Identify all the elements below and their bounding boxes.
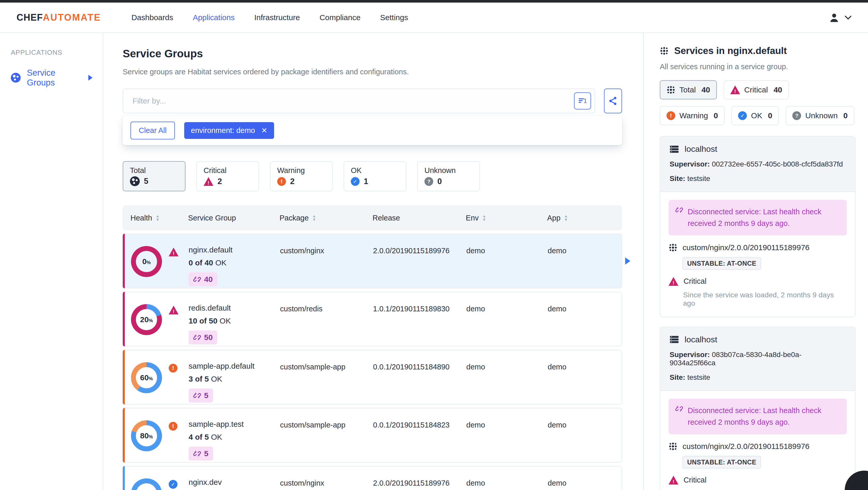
site-label: Site: xyxy=(670,373,685,381)
status-card-ok[interactable]: OK✓1 xyxy=(344,161,406,191)
row-service-group-cell: redis.default 10 of 50 OK 50 xyxy=(189,292,280,346)
status-card-warning[interactable]: Warning!2 xyxy=(270,161,333,191)
panel-chip-count: 0 xyxy=(714,111,718,120)
status-card-label: Unknown xyxy=(425,166,473,175)
nav-tab-dashboards[interactable]: Dashboards xyxy=(131,13,173,22)
column-header-app[interactable]: App▲▼ xyxy=(547,214,622,222)
filter-chip-label: environment: demo xyxy=(191,126,255,135)
panel-chip-warning[interactable]: !Warning0 xyxy=(660,106,724,125)
sidebar-expand-caret-icon[interactable] xyxy=(88,75,92,80)
filter-chip-environment-demo[interactable]: environment: demo ✕ xyxy=(184,122,274,139)
nav-tab-compliance[interactable]: Compliance xyxy=(319,13,361,22)
services-dots-icon xyxy=(669,243,677,252)
package-row: custom/nginx/2.0.0/20190115189976 xyxy=(669,243,847,252)
service-group-name: redis.default xyxy=(189,304,231,313)
services-side-panel: Services in nginx.default All services r… xyxy=(643,33,868,490)
critical-icon: ! xyxy=(169,306,179,315)
filter-list-icon: 1 xyxy=(578,96,587,106)
status-card-count-row: ?0 xyxy=(425,177,473,186)
row-package: custom/sample-app xyxy=(280,421,373,462)
health-status-label: Critical xyxy=(684,277,707,286)
user-menu[interactable] xyxy=(828,11,851,24)
table-row[interactable]: 100% ✓ nginx.dev 10 of 10 OK 10 custom/n… xyxy=(123,466,622,490)
panel-chip-unknown[interactable]: ?Unknown0 xyxy=(785,106,854,125)
column-header-release: Release xyxy=(373,214,466,222)
sort-icon[interactable]: ▲▼ xyxy=(482,215,486,221)
host-name: localhost xyxy=(685,335,717,345)
status-card-unknown[interactable]: Unknown?0 xyxy=(417,161,480,191)
nav-tab-settings[interactable]: Settings xyxy=(380,13,408,22)
sort-icon[interactable]: ▲▼ xyxy=(156,215,160,221)
chevron-down-icon[interactable] xyxy=(845,15,851,20)
health-percent: 60 xyxy=(140,373,149,382)
disconnected-alert: Disconnected service: Last health check … xyxy=(669,200,847,235)
row-release: 2.0.0/20190115189976 xyxy=(373,479,466,490)
top-strip xyxy=(0,0,868,3)
service-card[interactable]: localhost Supervisor: 002732ee-6557-405c… xyxy=(660,136,856,317)
disconnected-count: 40 xyxy=(204,275,213,284)
remove-filter-icon[interactable]: ✕ xyxy=(261,126,267,135)
row-selected-caret-icon xyxy=(625,257,630,265)
disconnected-badge: 40 xyxy=(189,272,217,286)
total-icon xyxy=(130,176,140,186)
percent-sign: % xyxy=(147,260,151,265)
panel-chip-count: 40 xyxy=(773,86,782,94)
table-row[interactable]: 80% ! sample-app.test 4 of 5 OK 5 custom… xyxy=(123,408,622,463)
critical-icon: ! xyxy=(669,476,678,485)
sort-icon[interactable]: ▲▼ xyxy=(564,215,568,221)
ok-suffix: OK xyxy=(211,374,222,383)
services-dots-icon xyxy=(669,442,677,451)
status-card-critical[interactable]: Critical!2 xyxy=(196,161,259,191)
filter-toggle-button[interactable]: 1 xyxy=(574,92,591,109)
sort-icon[interactable]: ▲▼ xyxy=(312,215,316,221)
status-card-label: Critical xyxy=(204,166,252,175)
table-row[interactable]: 20% ! redis.default 10 of 50 OK 50 custo… xyxy=(123,292,622,347)
ok-count-text: 0 of 40 OK xyxy=(189,258,226,267)
chef-automate-logo[interactable]: CHEF AUTOMATE xyxy=(17,12,101,23)
status-card-total[interactable]: Total 5 xyxy=(123,161,185,191)
filter-input[interactable] xyxy=(132,97,574,105)
health-percent: 0 xyxy=(142,257,147,266)
disconnected-badge: 50 xyxy=(189,330,217,345)
panel-chip-total[interactable]: Total40 xyxy=(660,80,717,99)
disconnected-icon xyxy=(193,275,201,283)
service-groups-table: 0% ! nginx.default 0 of 40 OK 40 custom/… xyxy=(123,234,622,490)
table-row[interactable]: 60% ! sample-app.default 3 of 5 OK 5 cus… xyxy=(123,350,622,404)
panel-chip-critical[interactable]: !Critical40 xyxy=(723,80,789,99)
user-avatar-icon[interactable] xyxy=(828,11,840,24)
column-header-health[interactable]: Health▲▼ xyxy=(130,214,188,222)
filter-search-box[interactable]: 1 xyxy=(123,89,595,113)
service-card[interactable]: localhost Supervisor: 083b07ca-5830-4a8d… xyxy=(660,327,856,490)
status-card-count-row: ✓1 xyxy=(351,177,399,186)
panel-chip-ok[interactable]: ✓OK0 xyxy=(731,106,779,125)
app-header: CHEF AUTOMATE DashboardsApplicationsInfr… xyxy=(0,3,868,33)
row-service-group-cell: nginx.dev 10 of 10 OK 10 xyxy=(189,466,280,490)
server-icon xyxy=(670,145,679,154)
nav-tab-applications[interactable]: Applications xyxy=(193,13,235,22)
row-service-group-cell: nginx.default 0 of 40 OK 40 xyxy=(189,234,280,288)
supervisor-id: 002732ee-6557-405c-b008-cfcf5da837fd xyxy=(712,160,843,168)
total-icon xyxy=(666,86,675,94)
percent-sign: % xyxy=(149,376,153,382)
site-label: Site: xyxy=(670,174,685,183)
row-env: demo xyxy=(466,421,548,462)
page-subtitle: Service groups are Habitat services orde… xyxy=(123,68,622,76)
health-icon-holder: ✓ xyxy=(169,480,178,490)
unknown-icon: ? xyxy=(425,177,433,186)
nav-tab-infrastructure[interactable]: Infrastructure xyxy=(254,13,300,22)
main-nav: DashboardsApplicationsInfrastructureComp… xyxy=(131,13,408,22)
panel-chip-label: Critical xyxy=(744,86,768,94)
update-strategy-badge: UNSTABLE: AT-ONCE xyxy=(683,257,761,270)
clear-all-button[interactable]: Clear All xyxy=(130,122,175,139)
service-groups-icon-holder xyxy=(11,73,21,83)
status-card-label: Warning xyxy=(277,166,326,175)
ok-icon: ✓ xyxy=(169,480,178,489)
column-header-env[interactable]: Env▲▼ xyxy=(466,214,547,222)
disconnected-icon-holder xyxy=(193,392,201,399)
column-header-package[interactable]: Package▲▼ xyxy=(280,214,373,222)
ok-suffix: OK xyxy=(220,317,231,325)
table-row[interactable]: 0% ! nginx.default 0 of 40 OK 40 custom/… xyxy=(123,234,622,288)
share-button[interactable] xyxy=(604,89,622,113)
row-env: demo xyxy=(466,363,548,404)
sidebar-item-service-groups[interactable]: Service Groups xyxy=(11,68,103,88)
